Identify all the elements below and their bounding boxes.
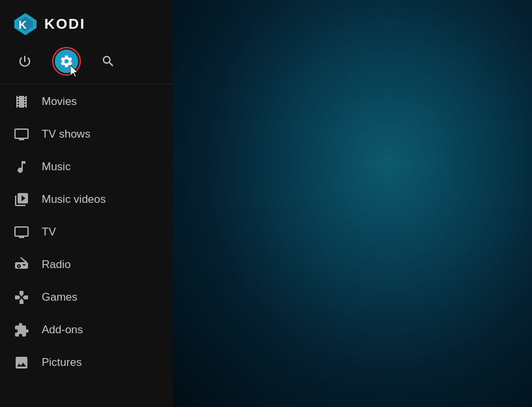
power-button[interactable]	[13, 50, 37, 73]
sidebar-item-games[interactable]: Games	[0, 281, 173, 314]
movies-label: Movies	[42, 95, 77, 108]
add-ons-label: Add-ons	[42, 324, 83, 337]
sidebar-item-movies[interactable]: Movies	[0, 85, 173, 118]
sidebar-item-radio[interactable]: Radio	[0, 249, 173, 281]
search-button[interactable]	[96, 50, 120, 73]
search-icon	[101, 54, 115, 68]
tv-label: TV	[42, 226, 56, 239]
sidebar-item-pictures[interactable]: Pictures	[0, 346, 173, 379]
movies-icon	[13, 93, 30, 110]
nav-list: Movies TV shows Music Music videos	[0, 85, 173, 407]
kodi-logo-icon: K	[13, 12, 38, 37]
games-icon	[13, 289, 30, 306]
tv-shows-icon	[13, 126, 30, 143]
sidebar-item-music-videos[interactable]: Music videos	[0, 183, 173, 216]
music-videos-icon	[13, 191, 30, 208]
power-icon	[18, 54, 32, 68]
sidebar-item-tv-shows[interactable]: TV shows	[0, 118, 173, 151]
svg-text:K: K	[19, 19, 27, 31]
logo-area: K KODI	[0, 0, 173, 46]
settings-button[interactable]	[55, 50, 78, 73]
main-content	[173, 0, 532, 407]
tv-icon	[13, 224, 30, 241]
radio-icon	[13, 256, 30, 273]
settings-gear-icon	[59, 54, 74, 68]
music-videos-label: Music videos	[42, 193, 106, 206]
pictures-label: Pictures	[42, 356, 81, 369]
sidebar: K KODI	[0, 0, 173, 407]
top-icons-bar	[0, 46, 173, 82]
music-icon	[13, 158, 30, 175]
sidebar-item-tv[interactable]: TV	[0, 216, 173, 249]
radio-label: Radio	[42, 258, 70, 271]
games-label: Games	[42, 291, 78, 304]
app-title: KODI	[44, 16, 85, 33]
sidebar-item-add-ons[interactable]: Add-ons	[0, 314, 173, 346]
pictures-icon	[13, 354, 30, 371]
sidebar-item-music[interactable]: Music	[0, 151, 173, 183]
add-ons-icon	[13, 322, 30, 339]
tv-shows-label: TV shows	[42, 128, 91, 141]
sidebar-divider	[0, 83, 173, 84]
music-label: Music	[42, 160, 70, 173]
